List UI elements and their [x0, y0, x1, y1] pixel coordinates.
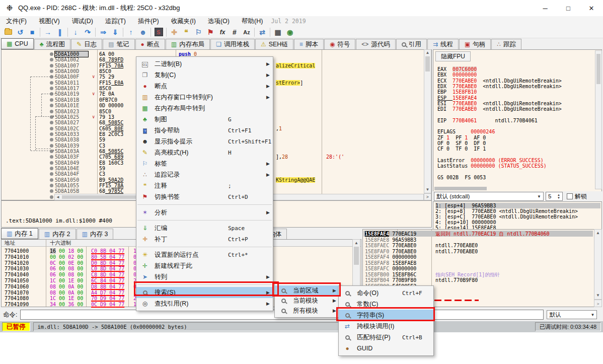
stack-corner-arrow[interactable]: > — [594, 300, 602, 307]
disasm-row[interactable]: 5D8A1033E8 2C0C3 — [55, 131, 123, 137]
dump-row[interactable]: 7704101000 00 02 0080 5B 04 770E 00 — [5, 254, 29, 260]
stack-row[interactable]: 15E8FAEC 770EABE0ntdll.770EABE0 — [365, 243, 416, 249]
menubar-item[interactable]: 调试(D) — [66, 16, 99, 27]
tab-dump-2[interactable]: ▥内存 2 — [39, 229, 76, 239]
maximize-button[interactable]: □ — [557, 0, 580, 16]
argument-row[interactable]: 4: [esp+10] 00000000 — [435, 220, 496, 225]
tab-dump-3[interactable]: ▥内存 3 — [77, 229, 114, 239]
disasm-row[interactable]: 5D8A1039C3 — [55, 143, 105, 149]
tab-references[interactable]: 引用 — [396, 39, 427, 49]
dump-row[interactable]: 770410801C 00 1E 0070 D9 04 7728 00 — [5, 296, 29, 301]
disasm-row[interactable]: 5D8A1055FF15 78A — [55, 183, 123, 188]
restart-icon[interactable]: ↺ — [14, 27, 26, 38]
tab-threads[interactable]: ⇉线程 — [427, 39, 459, 49]
step-into-icon[interactable]: ↓ — [69, 27, 82, 38]
arg-count-spinner[interactable]: 5▲▼ — [546, 192, 563, 201]
tab-notes[interactable]: ▤笔记 — [103, 39, 134, 49]
menu-item-[interactable]: ∴追踪记录▶ — [136, 169, 273, 180]
register-row[interactable]: ZF 1 PF 1 AF 0 — [437, 135, 486, 140]
menu-item-[interactable]: ✚补丁Ctrl+P — [136, 234, 273, 245]
disasm-corner-arrow[interactable]: > — [424, 193, 431, 200]
strings-icon[interactable]: Az — [241, 27, 253, 38]
seh-s-badge-icon[interactable]: S — [153, 27, 165, 38]
tab-dump-1[interactable]: ▥内存 1 — [1, 228, 38, 239]
dump-row[interactable]: 7704106008 00 0A 00D8 8B 04 7702 00 — [5, 284, 29, 289]
register-row[interactable]: ESP 15E8FAE4 — [437, 95, 477, 101]
stack-vscrollbar[interactable]: ▲▼ — [594, 229, 602, 300]
register-row[interactable]: OF 0 SF 0 DF 0 — [437, 140, 486, 146]
calling-convention-select[interactable]: 默认 (stdcall)▼ — [434, 192, 544, 201]
disasm-row[interactable]: 5D8A10006A 00push 0 — [55, 51, 114, 57]
menubar-item[interactable]: 视图(V) — [33, 16, 66, 27]
argument-row[interactable]: 3: [esp+C] 770EABE0 <ntdll.DbgUiRemoteBr… — [435, 214, 578, 220]
menu-item-B[interactable]: 01二进制(B)▶ — [136, 58, 273, 69]
menu-item-[interactable]: 所有模块▶ — [275, 306, 339, 316]
tab-handles[interactable]: ▣句柄 — [459, 39, 491, 49]
open-file-icon[interactable] — [2, 27, 14, 38]
disasm-row[interactable]: 5D8A1011FF15 E0A — [55, 80, 123, 86]
disasm-row[interactable]: 5D8A1007FF15 70A — [55, 63, 123, 68]
argument-row[interactable]: 2: [esp+8] 770EABE0 <ntdll.DbgUiRemoteBr… — [435, 208, 578, 214]
disasm-row[interactable]: 5D8A1050B9 50A2D — [55, 177, 123, 183]
menu-item-[interactable]: ✳设置新的运行点Ctrl+* — [136, 249, 273, 260]
disasm-row[interactable]: 5D8A102CC605 80E — [55, 126, 123, 131]
tab-graph[interactable]: ♣流程图 — [34, 39, 70, 49]
step-over-icon[interactable]: ↷ — [82, 27, 94, 38]
dump-row[interactable]: 770410200C 00 0E 00D0 8D 04 7706 00 — [5, 260, 29, 266]
menu-item-[interactable]: ?指令帮助Ctrl+F1 — [136, 125, 273, 136]
disasm-row[interactable]: 5D8A102768 5085C — [55, 120, 123, 125]
minimize-button[interactable]: ─ — [534, 0, 557, 16]
menu-item-O[interactable]: 命令(O)Ctrl+F — [339, 287, 433, 299]
menu-item-S[interactable]: 字符串(S) — [339, 310, 433, 321]
menu-item-[interactable]: ⚑切换书签Ctrl+D — [136, 191, 273, 202]
tab-source[interactable]: <>源代码 — [356, 39, 396, 49]
register-row[interactable]: LastStatus 00000000 (STATUS_SUCCESS) — [437, 163, 547, 169]
menubar-item[interactable]: 收藏夹(I) — [165, 16, 202, 27]
command-profile-select[interactable]: 默认▼ — [547, 310, 597, 319]
tab-trace[interactable]: ∴跟踪 — [491, 39, 521, 49]
stack-row[interactable]: 15E8FAFC 00000000 — [365, 266, 416, 272]
disasm-row[interactable]: 5D8A103FC705 689 — [55, 154, 123, 160]
stop-icon[interactable]: ■ — [26, 27, 38, 38]
registers-hscroll-thumb[interactable] — [434, 187, 487, 190]
disasm-row[interactable]: 5D8A100268 789FD — [55, 57, 123, 62]
menubar-item[interactable]: 文件(F) — [0, 16, 33, 27]
disasm-row[interactable]: 5D8A102385C0 — [55, 109, 111, 114]
tab-memory-map[interactable]: ▥内存布局 — [166, 39, 210, 49]
registers-pane[interactable]: 隐藏FPU EAX 007C6000EBX 00000000ECX 770EAB… — [433, 49, 602, 200]
run-icon[interactable]: → — [42, 27, 54, 38]
functions-icon[interactable]: fx — [216, 27, 229, 38]
dump-row[interactable]: 7704109034 00 36 000C D9 04 771E 00 — [5, 302, 29, 307]
menu-item-[interactable]: ☻显示指令提示Ctrl+Shift+F1 — [136, 136, 273, 147]
labels-icon[interactable]: ⚐ — [192, 27, 204, 38]
menu-item-[interactable]: ✶分析▶ — [136, 207, 273, 218]
dump-row[interactable]: 7704100016 00 18 00C0 8B 04 7714 00 — [5, 248, 29, 254]
disasm-vscrollbar[interactable]: ▲▼ — [424, 49, 431, 193]
disasm-row[interactable]: 5D8A105B68 9785C — [55, 188, 123, 194]
menu-item-C[interactable]: 常数(C) — [339, 299, 433, 310]
menu-item-[interactable]: ⚐标签▶ — [136, 158, 273, 169]
stack-row[interactable]: 15E8FAF4 00000000 — [365, 254, 416, 260]
tab-log[interactable]: ✎日志 — [71, 39, 102, 49]
tab-script[interactable]: ≡脚本 — [294, 39, 324, 49]
dump-row[interactable]: 7704107008 00 0A 00A4 D7 04 7718 00 — [5, 290, 29, 296]
register-row[interactable]: CF 0 TF 0 IF 1 — [437, 146, 486, 152]
execute-till-return-icon[interactable]: ↑ — [125, 27, 137, 38]
unlock-checkbox[interactable] — [567, 193, 573, 199]
register-row[interactable]: ESI 770EABE0 <ntdll.DbgUiRemoteBreakin> — [437, 101, 562, 106]
register-row[interactable]: EFLAGS 00000246 — [437, 129, 495, 134]
register-row[interactable]: GS 002B FS 0053 — [437, 175, 486, 180]
disasm-row[interactable]: 5D8A100D85C0 — [55, 68, 111, 74]
pause-icon[interactable]: ∥ — [54, 27, 66, 38]
menu-item-[interactable]: ➤转到▶ — [136, 271, 273, 282]
disasm-row[interactable]: 5D8A101E0D 00000 — [55, 103, 123, 108]
menubar-item[interactable]: 插件(P) — [132, 16, 165, 27]
register-row[interactable]: EIP 770B4061 ntdll.770B4061 — [437, 118, 538, 123]
close-button[interactable]: ✕ — [580, 0, 603, 16]
bookmarks-icon[interactable]: ⚑ — [204, 27, 216, 38]
stack-row[interactable]: 15E8FB00 15E8FB6C指向SEH_Record[1]的指针 — [365, 272, 416, 278]
menu-item-[interactable]: ▦在内存布局中转到 — [136, 103, 273, 114]
menu-item-[interactable]: ●断点▶ — [136, 81, 273, 92]
tab-call-stack[interactable]: ❏调用堆栈 — [210, 39, 255, 49]
menu-item-P[interactable]: 匹配特征(P)Ctrl+B — [339, 332, 433, 343]
